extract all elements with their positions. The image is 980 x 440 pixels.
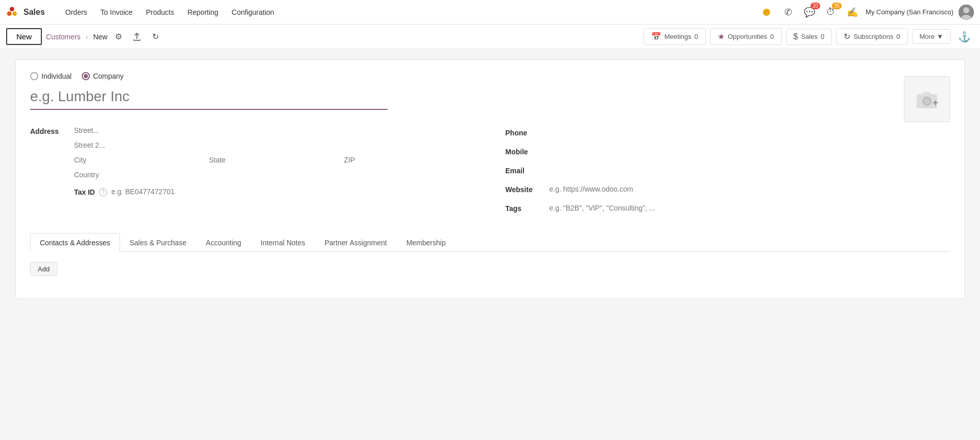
tags-label: Tags [506, 204, 541, 213]
menu-products[interactable]: Products [140, 5, 180, 19]
company-name-input[interactable] [30, 86, 388, 110]
menu-configuration[interactable]: Configuration [226, 5, 280, 19]
sales-button[interactable]: $ Sales 0 [786, 29, 832, 45]
contact-section: Phone Mobile Email Website Tags [506, 124, 950, 221]
new-button[interactable]: New [6, 28, 42, 45]
breadcrumb-current: New [93, 33, 107, 41]
add-contact-button[interactable]: Add [30, 262, 57, 276]
subscriptions-count: 0 [896, 33, 900, 40]
tab-contacts-addresses[interactable]: Contacts & Addresses [30, 233, 120, 252]
discard-icon[interactable]: ↻ [148, 30, 162, 44]
mobile-label: Mobile [506, 148, 541, 156]
app-title[interactable]: Sales [23, 8, 45, 17]
top-navigation: Sales Orders To Invoice Products Reporti… [0, 0, 980, 25]
svg-point-8 [924, 98, 930, 104]
chat-badge: 20 [810, 3, 820, 9]
svg-point-4 [963, 7, 969, 13]
phone-input[interactable] [549, 126, 950, 139]
user-avatar[interactable] [959, 5, 974, 20]
subscriptions-button[interactable]: ↻ Subscriptions 0 [836, 28, 907, 45]
website-input[interactable] [549, 183, 950, 196]
main-menu: Orders To Invoice Products Reporting Con… [59, 5, 756, 19]
meetings-button[interactable]: 📅 Meetings 0 [643, 28, 706, 45]
tags-field: Tags [506, 202, 950, 215]
breadcrumb-customers[interactable]: Customers [46, 33, 81, 41]
photo-upload-area[interactable]: + [904, 76, 950, 122]
customer-form: Individual Company + [15, 59, 965, 299]
menu-to-invoice[interactable]: To Invoice [94, 5, 139, 19]
address-field-group: Address [30, 124, 475, 181]
settings-icon[interactable]: ✍ [844, 4, 861, 20]
individual-label: Individual [41, 72, 71, 80]
settings-gear-icon[interactable]: ⚙ [111, 30, 126, 44]
company-option[interactable]: Company [82, 72, 124, 80]
avatar-image [959, 5, 974, 20]
tab-membership[interactable]: Membership [397, 233, 456, 252]
address-contact-grid: Address Tax ID ? [30, 124, 950, 221]
tab-partner-assignment[interactable]: Partner Assignment [315, 233, 397, 252]
activity-icon[interactable]: ⏱ 35 [823, 4, 839, 20]
main-content: Individual Company + [0, 49, 980, 309]
svg-rect-9 [923, 92, 930, 95]
individual-radio[interactable] [30, 72, 38, 80]
odoo-logo-icon [6, 5, 20, 19]
taxid-label: Tax ID [74, 188, 95, 196]
chat-icon[interactable]: 💬 20 [801, 4, 818, 20]
website-label: Website [506, 186, 541, 194]
street-input[interactable] [74, 124, 475, 137]
breadcrumb-separator: › [86, 33, 88, 41]
meetings-label: Meetings [664, 33, 691, 40]
camera-icon: + [915, 89, 939, 109]
street2-input[interactable] [74, 139, 475, 152]
tags-input[interactable] [549, 202, 950, 215]
phone-label: Phone [506, 129, 541, 137]
email-field: Email [506, 164, 950, 177]
address-section: Address Tax ID ? [30, 124, 475, 221]
sales-count: 0 [821, 33, 824, 40]
upload-icon[interactable] [130, 30, 144, 44]
taxid-row: Tax ID ? [74, 186, 475, 198]
taxid-input[interactable] [111, 186, 475, 198]
address-label: Address [30, 124, 66, 135]
tab-accounting[interactable]: Accounting [196, 233, 251, 252]
country-input[interactable] [74, 169, 475, 181]
email-label: Email [506, 167, 541, 175]
tab-internal-notes[interactable]: Internal Notes [251, 233, 315, 252]
refresh-icon: ↻ [844, 32, 850, 41]
svg-rect-0 [7, 11, 12, 16]
tab-sales-purchase[interactable]: Sales & Purchase [120, 233, 196, 252]
bookmark-icon[interactable]: ⚓ [955, 31, 974, 43]
mobile-field: Mobile [506, 145, 950, 158]
address-inputs [74, 124, 475, 181]
status-indicator[interactable] [758, 4, 775, 20]
zip-input[interactable] [344, 154, 474, 167]
subscriptions-label: Subscriptions [853, 33, 893, 40]
more-button[interactable]: More ▼ [912, 29, 951, 44]
website-field: Website [506, 183, 950, 196]
more-label: More [920, 33, 935, 40]
city-input[interactable] [74, 154, 205, 167]
opportunities-button[interactable]: ★ Opportunities 0 [710, 28, 782, 45]
menu-reporting[interactable]: Reporting [181, 5, 225, 19]
email-input[interactable] [549, 164, 950, 177]
topnav-right-area: ✆ 💬 20 ⏱ 35 ✍ My Company (San Francisco) [758, 4, 974, 20]
phone-icon[interactable]: ✆ [780, 4, 796, 20]
svg-rect-1 [12, 11, 17, 16]
action-bar: New Customers › New ⚙ ↻ 📅 Meetings 0 ★ O… [0, 25, 980, 49]
svg-rect-2 [10, 7, 14, 11]
customer-type-selector: Individual Company [30, 72, 950, 80]
company-radio[interactable] [82, 72, 90, 80]
form-tabs: Contacts & Addresses Sales & Purchase Ac… [30, 233, 950, 252]
more-chevron-icon: ▼ [937, 33, 943, 40]
taxid-help-icon[interactable]: ? [99, 188, 107, 196]
company-selector[interactable]: My Company (San Francisco) [866, 8, 953, 16]
state-input[interactable] [209, 154, 340, 167]
menu-orders[interactable]: Orders [59, 5, 93, 19]
calendar-icon: 📅 [651, 32, 661, 41]
app-logo[interactable]: Sales [6, 5, 53, 19]
individual-option[interactable]: Individual [30, 72, 71, 80]
meetings-count: 0 [695, 33, 698, 40]
mobile-input[interactable] [549, 145, 950, 158]
form-header: Individual Company + [30, 72, 950, 124]
activity-badge: 35 [832, 3, 842, 9]
